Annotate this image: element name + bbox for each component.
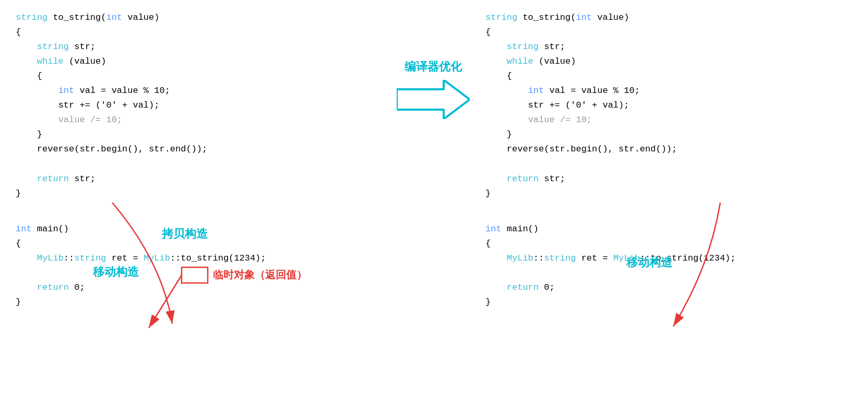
middle-arrow-area: 编译器优化 — [381, 10, 485, 391]
page: string to_string(int value) { string str… — [0, 0, 868, 401]
left-bottom-pre: int main() { MyLib::string ret = MyLib::… — [16, 222, 381, 310]
left-bottom-code: int main() { MyLib::string ret = MyLib::… — [16, 222, 381, 310]
compiler-optimization-label: 编译器优化 — [405, 57, 462, 76]
svg-marker-0 — [397, 80, 470, 119]
left-top-code: string to_string(int value) { string str… — [16, 10, 381, 201]
right-top-code: string to_string(int value) { string str… — [485, 10, 851, 201]
left-top-pre: string to_string(int value) { string str… — [16, 10, 381, 201]
right-top-pre: string to_string(int value) { string str… — [485, 10, 851, 201]
left-panel: string to_string(int value) { string str… — [16, 10, 381, 391]
compiler-arrow-icon — [397, 80, 470, 119]
right-bottom-pre: int main() { MyLib::string ret = MyLib::… — [485, 222, 851, 310]
right-panel: string to_string(int value) { string str… — [485, 10, 851, 391]
main-container: string to_string(int value) { string str… — [0, 0, 868, 401]
right-bottom-code: int main() { MyLib::string ret = MyLib::… — [485, 222, 851, 310]
